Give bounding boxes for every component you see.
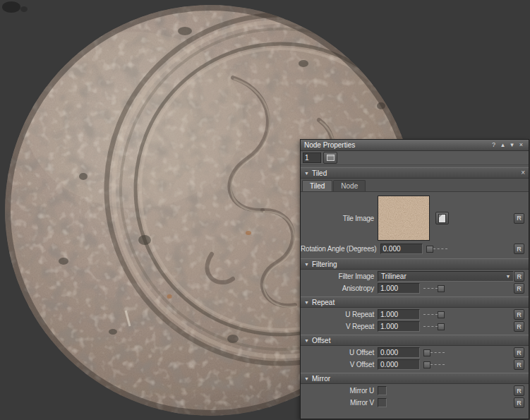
slider-knob[interactable] [438,285,445,292]
filter-image-dropdown[interactable]: Trilinear ▼ [378,271,514,282]
section-header-tiled[interactable]: ▼ Tiled × [301,167,529,179]
disclosure-triangle-icon: ▼ [304,262,309,267]
tile-image-label: Tile Image [301,215,378,222]
section-title-offset: Offset [312,337,331,344]
collapse-down-icon[interactable]: ▾ [508,141,516,149]
panel-titlebar[interactable]: Node Properties ? ▴ ▾ × [301,140,529,151]
reset-button-mirror-u[interactable]: R [514,385,524,396]
mirror-v-label: Mirror V [301,399,378,407]
disclosure-triangle-icon: ▼ [304,376,309,381]
v-repeat-label: V Repeat [301,323,378,330]
close-icon[interactable]: × [517,141,525,149]
form-view-icon [327,155,335,161]
reset-button-rotation[interactable]: R [514,244,524,254]
slider-knob[interactable] [423,349,430,356]
tab-bar: Tiled Node [301,179,529,192]
mirror-v-checkbox[interactable] [378,398,387,407]
index-input[interactable] [303,152,321,163]
anisotropy-slider[interactable] [423,285,445,292]
reset-button-u-offset[interactable]: R [514,347,524,358]
reset-button-mirror-v[interactable]: R [514,397,524,408]
tile-image-row: Tile Image R [301,196,524,241]
filter-image-value: Trilinear [381,272,406,280]
help-icon[interactable]: ? [490,141,498,149]
reset-button-u-repeat[interactable]: R [514,309,524,320]
load-image-button[interactable] [435,212,449,224]
mirror-u-checkbox[interactable] [378,386,387,395]
section-header-offset[interactable]: ▼ Offset [301,335,529,346]
property-row-v-offset: V Offset 0.000 R [301,359,524,370]
rotation-slider[interactable] [426,246,447,252]
reset-button-v-offset[interactable]: R [514,359,524,370]
form-view-button[interactable] [323,152,337,164]
v-repeat-slider[interactable] [423,323,445,330]
anisotropy-value-field[interactable]: 1.000 [378,283,420,294]
tiled-close-icon[interactable]: × [521,169,525,176]
tab-tiled[interactable]: Tiled [302,180,332,191]
reset-button-anisotropy[interactable]: R [514,283,524,294]
section-header-mirror[interactable]: ▼ Mirror [301,373,529,384]
collapse-up-icon[interactable]: ▴ [499,141,507,149]
section-title-mirror: Mirror [312,375,330,383]
section-title-repeat: Repeat [312,299,335,306]
v-offset-slider[interactable] [423,361,445,368]
property-row-mirror-v: Mirror V R [301,397,524,408]
anisotropy-label: Anisotropy [301,284,378,292]
mirror-u-label: Mirror U [301,387,378,395]
u-repeat-label: U Repeat [301,311,378,318]
section-title-filtering: Filtering [312,260,337,268]
property-row-v-repeat: V Repeat 1.000 R [301,321,524,332]
property-row-rotation: Rotation Angle (Degrees) 0.000 R [301,244,524,254]
slider-knob[interactable] [423,361,430,368]
disclosure-triangle-icon: ▼ [304,338,309,343]
property-row-anisotropy: Anisotropy 1.000 R [301,283,524,294]
filter-image-label: Filter Image [301,272,378,280]
rotation-value-field[interactable]: 0.000 [380,244,423,254]
section-title-tiled: Tiled [312,169,327,177]
background-debris [2,1,28,13]
u-repeat-value-field[interactable]: 1.000 [378,309,420,320]
section-header-filtering[interactable]: ▼ Filtering [301,258,529,270]
slider-knob[interactable] [438,323,445,330]
slider-knob[interactable] [426,246,433,253]
v-offset-label: V Offset [301,361,378,368]
panel-title: Node Properties [304,141,488,149]
reset-button-v-repeat[interactable]: R [514,321,524,332]
v-repeat-value-field[interactable]: 1.000 [378,321,420,332]
file-icon [438,214,446,223]
property-row-filter-image: Filter Image Trilinear ▼ R [301,271,524,282]
v-offset-value-field[interactable]: 0.000 [378,359,420,370]
reset-button-filter-image[interactable]: R [514,271,524,282]
chevron-down-icon: ▼ [506,274,511,279]
reset-button-tile-image[interactable]: R [514,213,524,224]
section-header-repeat[interactable]: ▼ Repeat [301,296,529,308]
u-repeat-slider[interactable] [423,311,445,318]
property-row-mirror-u: Mirror U R [301,385,524,396]
tab-node[interactable]: Node [333,180,366,191]
disclosure-triangle-icon: ▼ [304,171,309,176]
disclosure-triangle-icon: ▼ [304,300,309,305]
index-row [301,151,529,165]
slider-knob[interactable] [438,311,445,318]
u-offset-label: U Offset [301,349,378,356]
rotation-label: Rotation Angle (Degrees) [301,245,380,253]
u-offset-slider[interactable] [423,349,445,356]
property-row-u-offset: U Offset 0.000 R [301,347,524,358]
u-offset-value-field[interactable]: 0.000 [378,347,420,358]
property-row-u-repeat: U Repeat 1.000 R [301,309,524,320]
tile-image-thumbnail[interactable] [378,196,430,241]
node-properties-panel: Node Properties ? ▴ ▾ × ▼ Tiled × Tiled … [300,139,529,419]
